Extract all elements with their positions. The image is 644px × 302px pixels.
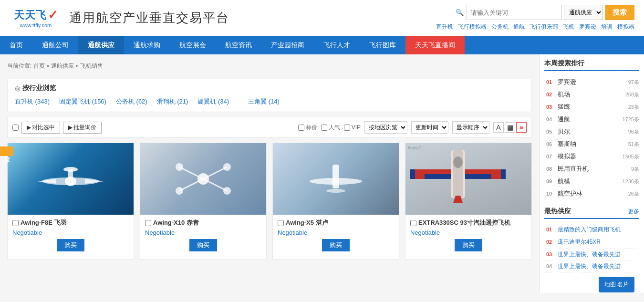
filter-popular-checkbox[interactable] (321, 125, 327, 131)
nav-live[interactable]: 天天飞直播间 (405, 36, 465, 54)
product-checkbox-1[interactable] (12, 220, 19, 226)
rank-label-0[interactable]: 罗宾逊 (558, 78, 624, 86)
supplier-num-3: 04 (544, 262, 554, 270)
industry-item-1[interactable]: 固定翼飞机 (156) (59, 96, 106, 107)
select-all-checkbox[interactable] (12, 125, 19, 131)
search-icon: 🔍 (456, 9, 464, 16)
product-card-4[interactable]: https://... EXTRA330SC 93寸汽油遥控飞机 Negotia… (405, 143, 532, 260)
search-category-select[interactable]: 通航供应 (564, 5, 603, 20)
supplier-label-0[interactable]: 最精致的入门级商用飞机 (558, 226, 621, 234)
filter-price-label[interactable]: 标价 (298, 124, 317, 132)
product-checkbox-2[interactable] (145, 220, 151, 226)
filter-vip-checkbox[interactable] (344, 125, 350, 131)
product-name-1: Awing-F8E 飞羽 (12, 219, 129, 227)
supplier-label-1[interactable]: 庞巴迪里尔45XR (558, 238, 601, 246)
filter-price-checkbox[interactable] (298, 125, 304, 131)
order-select[interactable]: 显示顺序 (452, 121, 489, 134)
quick-link-1[interactable]: 飞行模拟器 (458, 23, 487, 31)
quick-link-0[interactable]: 直升机 (436, 23, 453, 31)
industry-item-0[interactable]: 直升机 (343) (15, 96, 50, 107)
view-list-icon[interactable]: A (493, 122, 504, 133)
product-card-2[interactable]: Awing-X10 赤青 Negotiable 购买 (140, 143, 267, 260)
quick-link-2[interactable]: 公务机 (491, 23, 509, 31)
quick-links: 直升机 飞行模拟器 公务机 通航 飞行俱乐部 飞机 罗宾逊 培训 模拟器 (436, 23, 634, 31)
filter-vip-label[interactable]: VIP (344, 124, 361, 131)
product-image-4: https://... (405, 143, 531, 215)
region-select[interactable]: 按地区浏览 (364, 121, 407, 134)
nav-industrial[interactable]: 产业园招商 (261, 36, 314, 54)
map-button[interactable]: 地图 名片 (599, 277, 634, 292)
industry-title-label: 按行业浏览 (22, 84, 56, 93)
rank-item-0: 01 罗宾逊 97条 (544, 76, 639, 88)
rank-label-8[interactable]: 航模 (558, 177, 619, 186)
search-button[interactable]: 搜索 (605, 5, 634, 20)
batch-inquiry-button[interactable]: ▶ 批量询价 (63, 122, 102, 134)
toolbar-right: 标价 人气 VIP 按地区浏览 更新时间 显示顺序 (298, 121, 527, 134)
nav-supply[interactable]: 通航供应 (78, 36, 124, 54)
filter-price-text: 标价 (306, 124, 317, 132)
toolbar: ▶ 对比选中 ▶ 批量询价 标价 人气 V (7, 117, 532, 138)
search-input[interactable] (467, 5, 562, 20)
nav-home[interactable]: 首页 (0, 36, 32, 54)
supplier-label-2[interactable]: 世界上最快、装备最先进 (558, 250, 621, 259)
rank-label-4[interactable]: 贝尔 (558, 127, 624, 136)
industry-item-5[interactable]: 三角翼 (14) (248, 96, 280, 107)
rank-label-3[interactable]: 通航 (558, 115, 619, 124)
share-button[interactable]: 分享 (0, 146, 13, 156)
product-checkbox-3[interactable] (278, 220, 284, 226)
buy-button-4[interactable]: 购买 (455, 239, 482, 251)
buy-button-3[interactable]: 购买 (322, 239, 350, 251)
arrow-icon: ▶ (27, 124, 31, 131)
svg-rect-16 (332, 165, 339, 188)
filter-vip-text: VIP (352, 124, 361, 131)
svg-line-9 (179, 179, 203, 191)
product-price-2: Negotiable (145, 229, 261, 236)
svg-point-3 (63, 167, 78, 172)
filter-popular-label[interactable]: 人气 (321, 124, 340, 132)
nav-gallery[interactable]: 飞行图库 (360, 36, 405, 54)
rank-label-7[interactable]: 民用直升机 (558, 165, 627, 173)
nav-purchase[interactable]: 通航求购 (124, 36, 170, 54)
industry-items: 直升机 (343) 固定翼飞机 (156) 公务机 (62) 滑翔机 (21) … (15, 96, 524, 107)
weekly-rank-title-label: 本周搜索排行 (544, 59, 584, 68)
product-card-1[interactable]: Awing-F8E 飞羽 Negotiable 购买 (7, 143, 134, 260)
rank-label-9[interactable]: 航空护林 (558, 189, 624, 198)
nav-company[interactable]: 通航公司 (32, 36, 78, 54)
view-grid-icon[interactable]: ▦ (505, 122, 515, 133)
quick-link-4[interactable]: 飞行俱乐部 (530, 23, 558, 31)
hot-supplier-more[interactable]: 更多 (628, 208, 639, 216)
svg-point-12 (223, 163, 231, 171)
nav-news[interactable]: 航空资讯 (216, 36, 261, 54)
time-select[interactable]: 更新时间 (411, 121, 448, 134)
industry-item-2[interactable]: 公务机 (62) (116, 96, 147, 107)
buy-button-1[interactable]: 购买 (57, 239, 84, 251)
industry-item-3[interactable]: 滑翔机 (21) (157, 96, 188, 107)
rank-label-2[interactable]: 猛鹰 (558, 103, 624, 111)
rank-label-5[interactable]: 塞斯纳 (558, 140, 624, 148)
quick-link-5[interactable]: 飞机 (563, 23, 574, 31)
plane-svg-2 (156, 155, 251, 203)
nav-expo[interactable]: 航空展会 (170, 36, 216, 54)
quick-link-8[interactable]: 模拟器 (617, 23, 634, 31)
compare-button[interactable]: ▶ 对比选中 (21, 122, 60, 134)
rank-label-1[interactable]: 机场 (558, 90, 622, 99)
buy-button-2[interactable]: 购买 (189, 239, 217, 251)
rank-item-4: 05 贝尔 96条 (544, 125, 639, 138)
quick-link-6[interactable]: 罗宾逊 (579, 23, 596, 31)
view-icons: A ▦ ≡ (493, 122, 527, 133)
nav-talent[interactable]: 飞行人才 (314, 36, 360, 54)
quick-link-3[interactable]: 通航 (513, 23, 525, 31)
rank-num-1: 02 (544, 91, 554, 98)
view-card-icon[interactable]: ≡ (516, 122, 527, 133)
header-right: 🔍 通航供应 搜索 直升机 飞行模拟器 公务机 通航 飞行俱乐部 飞机 罗宾逊 … (436, 5, 634, 31)
hot-supplier-section: 最热供应 更多 01 最精致的入门级商用飞机 02 庞巴迪里尔45XR 03 世… (544, 207, 639, 273)
product-checkbox-4[interactable] (410, 220, 416, 226)
industry-item-4[interactable]: 旋翼机 (34) (197, 96, 229, 107)
site-logo[interactable]: 天天飞 ✓ www.ttfly.com (10, 5, 62, 31)
supplier-label-3[interactable]: 世界上最快、装备最先进 (558, 262, 621, 271)
quick-link-7[interactable]: 培训 (601, 23, 613, 31)
main-layout: 当前位置: 首页 » 通航供应 » 飞机销售 ◎ 按行业浏览 直升机 (343)… (0, 54, 644, 293)
product-card-3[interactable]: Awing-X5 湛卢 Negotiable 购买 (272, 143, 399, 260)
product-price-1: Negotiable (12, 229, 129, 236)
rank-label-6[interactable]: 模拟器 (558, 152, 619, 161)
